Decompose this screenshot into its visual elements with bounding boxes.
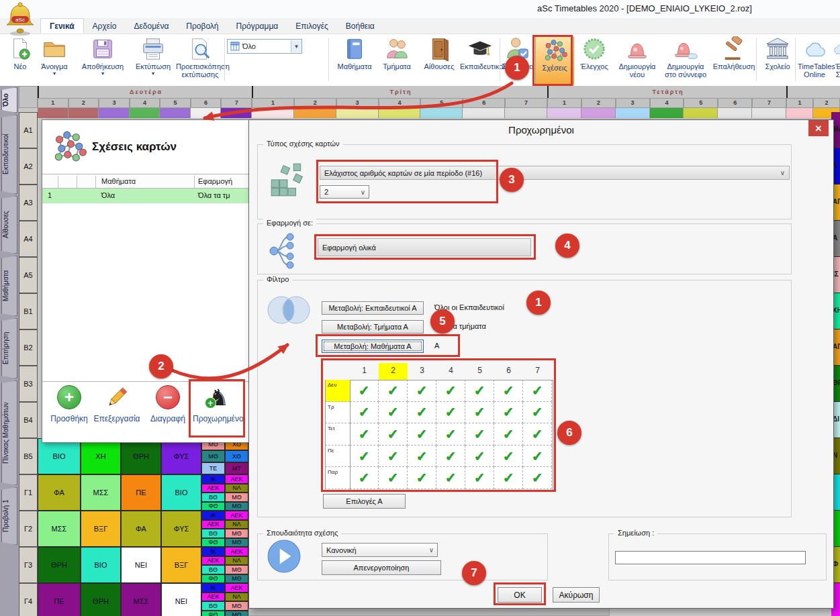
- menu-tab-Επιλογές[interactable]: Επιλογές: [287, 19, 337, 33]
- lesson-mini-cell[interactable]: ΑΕΚ: [201, 484, 225, 493]
- lesson-mini-cell[interactable]: ΝΛ: [225, 593, 248, 602]
- grid-cell-Τρ-1[interactable]: ✓: [350, 402, 379, 424]
- grid-cell-Δευ-1[interactable]: ✓: [350, 380, 379, 402]
- lesson-cell[interactable]: ΧΗ: [81, 438, 121, 474]
- grid-column-header-1[interactable]: 1: [350, 363, 379, 380]
- lesson-mini-cell[interactable]: ΦΘ: [201, 538, 225, 548]
- row-header-A2[interactable]: A2: [19, 148, 38, 185]
- lesson-cell[interactable]: ΜΣΣ: [81, 474, 121, 511]
- grid-cell-Παρ-7[interactable]: ✓: [523, 467, 552, 489]
- lesson-cell[interactable]: ΜΣΣ: [121, 583, 161, 616]
- lesson-mini-cell[interactable]: ΜΘ: [225, 574, 248, 584]
- toolbar-button-17[interactable]: TimeTables Online: [798, 36, 831, 84]
- importance-combo[interactable]: Κανονική ∨: [322, 543, 438, 557]
- lesson-mini-cell[interactable]: ΧΘ: [225, 450, 248, 462]
- grid-cell-Δευ-4[interactable]: ✓: [436, 380, 465, 402]
- lesson-mini-cell[interactable]: ΑΕΚ: [201, 520, 225, 529]
- filter-change-button-3[interactable]: Μεταβολή: Μαθήματα Α: [322, 340, 424, 353]
- lesson-mini-cell[interactable]: ΤΕ: [201, 462, 225, 474]
- action-button-2[interactable]: Επεξεργασία: [91, 383, 143, 423]
- row-header-B1[interactable]: B1: [19, 293, 38, 329]
- lesson-cell[interactable]: ΒΞΓ: [161, 547, 201, 583]
- grid-cell-Παρ-1[interactable]: ✓: [350, 467, 379, 489]
- grid-column-header-3[interactable]: 3: [408, 363, 436, 380]
- lesson-cell[interactable]: ΒΙΟ: [81, 547, 121, 583]
- lesson-mini-cell[interactable]: ΝΛ: [225, 484, 248, 493]
- lesson-mini-cell[interactable]: ΑΕΚ: [225, 583, 248, 593]
- ok-button[interactable]: OK: [498, 587, 542, 603]
- lesson-mini-cell[interactable]: ΦΘ: [201, 611, 225, 616]
- toolbar-button-11[interactable]: Σχέσεις: [535, 36, 574, 86]
- grid-cell-Πε-5[interactable]: ✓: [465, 446, 494, 468]
- lesson-mini-cell[interactable]: ΙΚ: [201, 547, 225, 556]
- action-button-4[interactable]: ♞+Προχωρημένοι: [193, 383, 245, 423]
- lesson-mini-cell[interactable]: ΜΘ: [225, 601, 248, 611]
- lesson-cell[interactable]: ΦΥΣ: [161, 511, 201, 547]
- toolbar-button-13[interactable]: Δημιουργία νέου: [615, 36, 659, 84]
- grid-cell-Τρ-2[interactable]: ✓: [379, 402, 408, 424]
- deactivate-button[interactable]: Απενεργοποίηση: [322, 560, 441, 575]
- lesson-cell[interactable]: ΠΕ: [121, 474, 161, 511]
- grid-column-header-5[interactable]: 5: [465, 363, 494, 380]
- relation-type-dropdown[interactable]: Ελάχιστος αριθμός καρτών σε μία περίοδο …: [320, 166, 790, 180]
- toolbar-button-1[interactable]: Νέο: [5, 36, 35, 84]
- lesson-cell[interactable]: ΘΡΗ: [38, 547, 81, 583]
- grid-cell-Παρ-2[interactable]: ✓: [379, 467, 408, 489]
- toolbar-button-2[interactable]: Άνοιγμα▾: [35, 36, 74, 84]
- chevron-down-icon[interactable]: ▾: [75, 71, 130, 76]
- lesson-mini-cell[interactable]: ΦΘ: [201, 502, 225, 511]
- grid-row-label-Πε[interactable]: Πε: [325, 446, 350, 468]
- row-header-B3[interactable]: B3: [19, 366, 38, 402]
- grid-row-label-Παρ[interactable]: Παρ: [325, 467, 350, 489]
- toolbar-button-5[interactable]: Προεπισκόπηση εκτύπωσης: [176, 36, 224, 84]
- filter-change-button-1[interactable]: Μεταβολή: Εκπαιδευτικοί Α: [322, 301, 424, 315]
- grid-cell-Τρ-5[interactable]: ✓: [465, 402, 494, 424]
- toolbar-button-15[interactable]: Επαλήθευση: [712, 36, 756, 84]
- lesson-mini-cell[interactable]: ΜΘ: [225, 502, 248, 511]
- toolbar-button-12[interactable]: Έλεγχος: [575, 36, 614, 84]
- lesson-cell[interactable]: ΝΕΙ: [161, 583, 201, 616]
- filter-change-button-2[interactable]: Μεταβολή: Τμήματα Α: [322, 320, 424, 333]
- grid-cell-Τετ-1[interactable]: ✓: [350, 423, 379, 446]
- sidebar-tab-Προβολή 1[interactable]: Προβολή 1: [1, 487, 17, 545]
- row-header-Γ3[interactable]: Γ3: [19, 547, 38, 583]
- action-button-3[interactable]: −Διαγραφή: [144, 383, 191, 423]
- grid-cell-Τετ-2[interactable]: ✓: [379, 423, 408, 446]
- lesson-mini-cell[interactable]: ΒΘ: [201, 493, 225, 502]
- options-a-button[interactable]: Επιλογές Α: [323, 494, 406, 509]
- count-combo[interactable]: 2 ∨: [320, 185, 369, 199]
- close-button[interactable]: ✕: [808, 120, 829, 136]
- action-button-1[interactable]: +Προσθήκη: [49, 383, 89, 423]
- lesson-cell[interactable]: ΘΡΗ: [81, 583, 121, 616]
- sidebar-tab-Επιτήρηση[interactable]: Επιτήρηση: [1, 318, 17, 378]
- grid-cell-Πε-7[interactable]: ✓: [523, 446, 552, 468]
- toolbar-button-10[interactable]: Σεμινάρια: [502, 36, 534, 84]
- chevron-down-icon[interactable]: ▼: [291, 40, 301, 52]
- grid-cell-Παρ-4[interactable]: ✓: [436, 467, 465, 489]
- chevron-down-icon[interactable]: ▾: [132, 71, 175, 76]
- lesson-cell[interactable]: ΒΞΓ: [81, 511, 121, 547]
- apply-globally-button[interactable]: Εφαρμογή ολικά: [318, 238, 531, 256]
- grid-cell-Τετ-7[interactable]: ✓: [523, 423, 552, 446]
- lesson-cell[interactable]: ΒΙΟ: [161, 474, 201, 511]
- grid-cell-Πε-6[interactable]: ✓: [494, 446, 523, 468]
- grid-cell-Πε-2[interactable]: ✓: [379, 446, 408, 468]
- grid-cell-Πε-3[interactable]: ✓: [408, 446, 436, 468]
- row-header-Γ4[interactable]: Γ4: [19, 583, 38, 616]
- grid-row-label-Τετ[interactable]: Τετ: [325, 423, 350, 446]
- grid-column-header-6[interactable]: 6: [494, 363, 523, 380]
- grid-cell-Παρ-3[interactable]: ✓: [408, 467, 436, 489]
- sidebar-tab-Αίθουσες[interactable]: Αίθουσες: [1, 196, 17, 254]
- row-header-A4[interactable]: A4: [19, 221, 38, 257]
- grid-cell-Τρ-6[interactable]: ✓: [494, 402, 523, 424]
- lesson-mini-cell[interactable]: ΙΚ: [201, 511, 225, 520]
- row-header-Γ2[interactable]: Γ2: [19, 511, 38, 547]
- grid-column-header-4[interactable]: 4: [436, 363, 465, 380]
- lesson-cell[interactable]: ΦΥΣ: [161, 438, 201, 474]
- grid-cell-Τρ-4[interactable]: ✓: [436, 402, 465, 424]
- lesson-mini-cell[interactable]: ΒΘ: [201, 529, 225, 538]
- lesson-mini-cell[interactable]: ΜΘ: [225, 538, 248, 548]
- lesson-mini-cell[interactable]: ΑΕΚ: [225, 474, 248, 484]
- toolbar-button-6[interactable]: Μαθήματα: [334, 36, 375, 84]
- lesson-cell[interactable]: ΜΣΣ: [38, 511, 81, 547]
